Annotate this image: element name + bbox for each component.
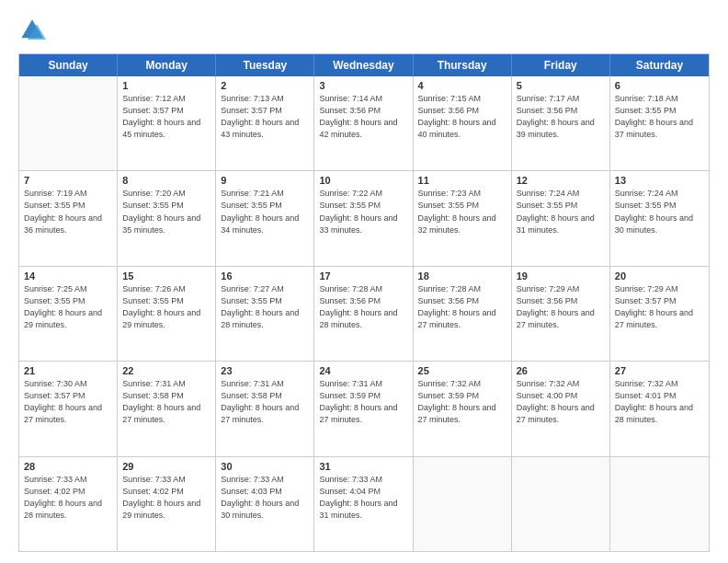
day-cell-15: 15 Sunrise: 7:26 AM Sunset: 3:55 PM Dayl… [118,267,216,361]
day-cell-26: 26 Sunrise: 7:32 AM Sunset: 4:00 PM Dayl… [512,362,610,455]
day-info: Sunrise: 7:22 AM Sunset: 3:55 PM Dayligh… [319,188,407,236]
day-info: Sunrise: 7:18 AM Sunset: 3:55 PM Dayligh… [615,93,704,141]
calendar: SundayMondayTuesdayWednesdayThursdayFrid… [18,53,710,552]
header [18,17,710,44]
day-info: Sunrise: 7:32 AM Sunset: 4:01 PM Dayligh… [615,378,704,426]
day-number: 7 [24,175,112,186]
day-number: 25 [418,365,506,376]
day-cell-19: 19 Sunrise: 7:29 AM Sunset: 3:56 PM Dayl… [512,267,610,361]
day-number: 27 [615,365,704,376]
page: SundayMondayTuesdayWednesdayThursdayFrid… [0,0,728,563]
day-cell-5: 5 Sunrise: 7:17 AM Sunset: 3:56 PM Dayli… [512,76,610,170]
day-number: 15 [122,270,210,282]
day-number: 29 [122,461,210,472]
day-info: Sunrise: 7:29 AM Sunset: 3:57 PM Dayligh… [615,283,704,331]
day-number: 17 [319,270,407,282]
day-header-tuesday: Tuesday [216,54,314,76]
day-number: 30 [221,461,309,472]
day-cell-22: 22 Sunrise: 7:31 AM Sunset: 3:58 PM Dayl… [118,362,216,455]
day-cell-31: 31 Sunrise: 7:33 AM Sunset: 4:04 PM Dayl… [314,457,413,551]
day-cell-11: 11 Sunrise: 7:23 AM Sunset: 3:55 PM Dayl… [414,171,512,265]
day-number: 1 [122,80,210,91]
day-info: Sunrise: 7:25 AM Sunset: 3:55 PM Dayligh… [24,283,112,331]
week-row-1: 1 Sunrise: 7:12 AM Sunset: 3:57 PM Dayli… [19,76,709,171]
day-cell-10: 10 Sunrise: 7:22 AM Sunset: 3:55 PM Dayl… [314,171,413,265]
day-cell-18: 18 Sunrise: 7:28 AM Sunset: 3:56 PM Dayl… [414,267,512,361]
day-info: Sunrise: 7:27 AM Sunset: 3:55 PM Dayligh… [221,283,309,331]
day-cell-6: 6 Sunrise: 7:18 AM Sunset: 3:55 PM Dayli… [610,76,709,170]
day-info: Sunrise: 7:24 AM Sunset: 3:55 PM Dayligh… [615,188,704,236]
day-cell-14: 14 Sunrise: 7:25 AM Sunset: 3:55 PM Dayl… [19,267,118,361]
day-number: 16 [221,270,309,282]
day-cell-13: 13 Sunrise: 7:24 AM Sunset: 3:55 PM Dayl… [610,171,709,265]
day-number: 4 [418,80,506,91]
day-info: Sunrise: 7:15 AM Sunset: 3:56 PM Dayligh… [418,93,506,141]
day-info: Sunrise: 7:30 AM Sunset: 3:57 PM Dayligh… [24,378,112,426]
day-number: 3 [319,80,407,91]
day-header-sunday: Sunday [19,54,118,76]
day-number: 22 [122,365,210,376]
day-info: Sunrise: 7:31 AM Sunset: 3:58 PM Dayligh… [221,378,309,426]
day-info: Sunrise: 7:28 AM Sunset: 3:56 PM Dayligh… [319,283,407,331]
day-number: 13 [615,175,704,186]
day-number: 10 [319,175,407,186]
day-number: 31 [319,461,407,472]
day-cell-17: 17 Sunrise: 7:28 AM Sunset: 3:56 PM Dayl… [314,267,413,361]
day-info: Sunrise: 7:33 AM Sunset: 4:02 PM Dayligh… [24,474,112,522]
day-info: Sunrise: 7:23 AM Sunset: 3:55 PM Dayligh… [418,188,506,236]
day-cell-empty [19,76,118,170]
day-number: 28 [24,461,112,472]
day-number: 18 [418,270,506,282]
day-info: Sunrise: 7:21 AM Sunset: 3:55 PM Dayligh… [221,188,309,236]
day-number: 5 [517,80,605,91]
day-number: 6 [615,80,704,91]
day-cell-20: 20 Sunrise: 7:29 AM Sunset: 3:57 PM Dayl… [610,267,709,361]
day-cell-8: 8 Sunrise: 7:20 AM Sunset: 3:55 PM Dayli… [118,171,216,265]
week-row-4: 21 Sunrise: 7:30 AM Sunset: 3:57 PM Dayl… [19,362,709,456]
day-cell-25: 25 Sunrise: 7:32 AM Sunset: 3:59 PM Dayl… [414,362,512,455]
week-row-3: 14 Sunrise: 7:25 AM Sunset: 3:55 PM Dayl… [19,267,709,362]
day-info: Sunrise: 7:12 AM Sunset: 3:57 PM Dayligh… [122,93,210,141]
day-number: 8 [122,175,210,186]
day-number: 24 [319,365,407,376]
day-cell-empty [414,457,512,551]
day-number: 2 [221,80,309,91]
week-row-5: 28 Sunrise: 7:33 AM Sunset: 4:02 PM Dayl… [19,457,709,551]
calendar-body: 1 Sunrise: 7:12 AM Sunset: 3:57 PM Dayli… [19,76,709,551]
logo [18,17,50,44]
day-number: 9 [221,175,309,186]
day-cell-empty [610,457,709,551]
day-number: 21 [24,365,112,376]
day-info: Sunrise: 7:32 AM Sunset: 3:59 PM Dayligh… [418,378,506,426]
day-info: Sunrise: 7:13 AM Sunset: 3:57 PM Dayligh… [221,93,309,141]
day-info: Sunrise: 7:33 AM Sunset: 4:04 PM Dayligh… [319,474,407,522]
day-cell-1: 1 Sunrise: 7:12 AM Sunset: 3:57 PM Dayli… [118,76,216,170]
day-cell-23: 23 Sunrise: 7:31 AM Sunset: 3:58 PM Dayl… [216,362,314,455]
day-info: Sunrise: 7:19 AM Sunset: 3:55 PM Dayligh… [24,188,112,236]
day-header-monday: Monday [118,54,216,76]
day-cell-7: 7 Sunrise: 7:19 AM Sunset: 3:55 PM Dayli… [19,171,118,265]
day-info: Sunrise: 7:14 AM Sunset: 3:56 PM Dayligh… [319,93,407,141]
day-number: 12 [517,175,605,186]
day-info: Sunrise: 7:24 AM Sunset: 3:55 PM Dayligh… [517,188,605,236]
day-info: Sunrise: 7:26 AM Sunset: 3:55 PM Dayligh… [122,283,210,331]
day-header-thursday: Thursday [414,54,512,76]
day-cell-12: 12 Sunrise: 7:24 AM Sunset: 3:55 PM Dayl… [512,171,610,265]
calendar-header: SundayMondayTuesdayWednesdayThursdayFrid… [19,54,709,76]
day-number: 14 [24,270,112,282]
day-header-wednesday: Wednesday [314,54,413,76]
day-cell-27: 27 Sunrise: 7:32 AM Sunset: 4:01 PM Dayl… [610,362,709,455]
day-cell-16: 16 Sunrise: 7:27 AM Sunset: 3:55 PM Dayl… [216,267,314,361]
day-info: Sunrise: 7:29 AM Sunset: 3:56 PM Dayligh… [517,283,605,331]
day-cell-24: 24 Sunrise: 7:31 AM Sunset: 3:59 PM Dayl… [314,362,413,455]
day-number: 19 [517,270,605,282]
day-header-saturday: Saturday [610,54,709,76]
day-number: 26 [517,365,605,376]
day-info: Sunrise: 7:33 AM Sunset: 4:03 PM Dayligh… [221,474,309,522]
day-info: Sunrise: 7:17 AM Sunset: 3:56 PM Dayligh… [517,93,605,141]
day-cell-30: 30 Sunrise: 7:33 AM Sunset: 4:03 PM Dayl… [216,457,314,551]
day-info: Sunrise: 7:31 AM Sunset: 3:59 PM Dayligh… [319,378,407,426]
day-info: Sunrise: 7:31 AM Sunset: 3:58 PM Dayligh… [122,378,210,426]
day-cell-empty [512,457,610,551]
day-info: Sunrise: 7:32 AM Sunset: 4:00 PM Dayligh… [517,378,605,426]
